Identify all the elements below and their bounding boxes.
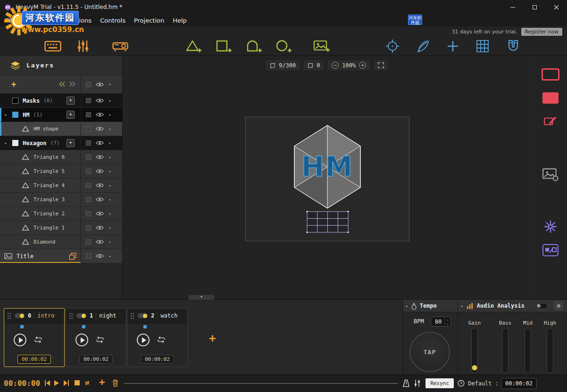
row-checkbox[interactable]: [86, 225, 91, 230]
sequence-play-button[interactable]: [137, 334, 150, 346]
visibility-eye-icon[interactable]: [96, 239, 104, 245]
fader-icon[interactable]: [414, 379, 421, 387]
bpm-spin-arrows[interactable]: ▴ ▾: [444, 318, 450, 326]
visibility-eye-icon[interactable]: [96, 112, 104, 117]
sequence-card-watch[interactable]: 2 watch 00:00:02: [127, 308, 188, 367]
close-button[interactable]: [545, 0, 567, 14]
add-shape-button[interactable]: +: [67, 111, 75, 119]
stop-button[interactable]: [75, 380, 80, 385]
master-visibility-eye-icon[interactable]: [96, 82, 104, 87]
row-chevron-icon[interactable]: ▾: [108, 127, 111, 131]
minimize-button[interactable]: [502, 0, 524, 14]
master-chevron-icon[interactable]: ▾: [108, 82, 111, 87]
add-rounded-shape-button[interactable]: [244, 38, 265, 55]
visibility-eye-icon[interactable]: [96, 197, 104, 202]
add-circle-button[interactable]: [274, 38, 294, 55]
row-chevron-icon[interactable]: ▾: [108, 212, 111, 216]
row-chevron-icon[interactable]: ▾: [108, 240, 111, 245]
metronome-icon[interactable]: [403, 379, 409, 387]
loop-button[interactable]: [95, 336, 105, 343]
visibility-eye-icon[interactable]: [96, 225, 104, 230]
layer-item-title[interactable]: Title ▾: [0, 249, 122, 263]
row-checkbox[interactable]: [86, 197, 91, 202]
visibility-eye-icon[interactable]: [96, 155, 104, 160]
spin-up-icon[interactable]: ▴: [445, 318, 450, 322]
magnet-snap-button[interactable]: [503, 38, 524, 55]
layer-item-triangle-5[interactable]: Triangle 5 ▾: [0, 164, 122, 179]
grid-snap-button[interactable]: [472, 38, 493, 55]
mid-slider[interactable]: [525, 328, 531, 373]
loop-button[interactable]: [33, 336, 43, 343]
layer-group-masks[interactable]: ▾ Masks (0) + ▾: [0, 94, 122, 108]
menu-projection[interactable]: Projection: [130, 17, 168, 24]
row-chevron-icon[interactable]: ▾: [108, 155, 111, 160]
row-chevron-icon[interactable]: ▾: [108, 254, 111, 259]
layer-item-triangle-2[interactable]: Triangle 2 ▾: [0, 207, 122, 221]
bpm-spinner[interactable]: 80 ▴ ▾: [431, 317, 451, 327]
row-chevron-icon[interactable]: ▾: [108, 169, 111, 174]
play-button[interactable]: [54, 380, 59, 386]
row-checkbox[interactable]: [86, 155, 91, 160]
bezier-warp-button[interactable]: [413, 38, 434, 55]
loop-button[interactable]: [157, 336, 166, 343]
add-triangle-button[interactable]: [183, 38, 204, 55]
layer-item-hm-shape[interactable]: HM shape ▾: [0, 122, 122, 136]
add-sequence-button[interactable]: +: [209, 332, 216, 345]
row-checkbox[interactable]: [86, 253, 91, 259]
keyboard-shortcuts-button[interactable]: [42, 38, 63, 55]
layer-item-triangle-3[interactable]: Triangle 3 ▾: [0, 193, 122, 207]
outline-tool-button[interactable]: [542, 68, 559, 81]
expand-icon[interactable]: ▾: [4, 113, 12, 117]
master-select-checkbox[interactable]: [86, 82, 91, 87]
add-sequence-bottom-button[interactable]: +: [99, 376, 105, 388]
visibility-eye-icon[interactable]: [96, 183, 104, 188]
visibility-eye-icon[interactable]: [96, 169, 104, 174]
row-chevron-icon[interactable]: ▾: [108, 141, 111, 146]
gain-slider[interactable]: [471, 328, 478, 373]
default-duration-value[interactable]: 00:00:02: [501, 378, 537, 389]
row-checkbox[interactable]: [86, 112, 91, 117]
gain-knob[interactable]: [472, 365, 477, 370]
audio-settings-button[interactable]: ⚙: [554, 301, 563, 310]
row-chevron-icon[interactable]: ▾: [108, 98, 111, 103]
skip-back-button[interactable]: [44, 380, 50, 386]
sequence-toggle[interactable]: [137, 313, 148, 318]
visibility-eye-icon[interactable]: [96, 211, 104, 216]
visibility-eye-icon[interactable]: [96, 140, 104, 146]
add-group-button[interactable]: +: [11, 80, 16, 89]
maximize-button[interactable]: [524, 0, 545, 14]
row-chevron-icon[interactable]: ▾: [108, 113, 111, 117]
high-slider[interactable]: [547, 328, 553, 373]
duplicate-icon[interactable]: [69, 253, 76, 260]
row-chevron-icon[interactable]: ▾: [108, 183, 111, 188]
row-checkbox[interactable]: [86, 98, 91, 103]
tap-tempo-button[interactable]: TAP: [409, 332, 450, 372]
layer-group-hexagon[interactable]: ▾ Hexagon (7) + ▾: [0, 136, 122, 150]
row-chevron-icon[interactable]: ▾: [108, 226, 111, 230]
hm-logo-text[interactable]: HM: [301, 151, 353, 183]
collapse-tempo-arrow[interactable]: ▸: [406, 304, 408, 308]
row-checkbox[interactable]: [86, 169, 91, 174]
sequence-card-night[interactable]: 1 night 00:00:02: [66, 308, 126, 367]
skip-forward-button[interactable]: [63, 380, 69, 386]
test-pattern-button[interactable]: [382, 38, 403, 55]
visibility-eye-icon[interactable]: [96, 98, 104, 103]
row-chevron-icon[interactable]: ▾: [108, 197, 111, 202]
add-mask-button[interactable]: +: [67, 97, 75, 105]
sequence-play-button[interactable]: [75, 334, 88, 346]
spin-down-icon[interactable]: ▾: [445, 322, 450, 326]
row-checkbox[interactable]: [86, 126, 91, 131]
row-checkbox[interactable]: [86, 140, 91, 146]
effects-tool-button[interactable]: [544, 220, 557, 233]
mapping-canvas[interactable]: 9/300 0 − 100% + HM: [123, 56, 533, 299]
delete-sequence-button[interactable]: [112, 379, 118, 387]
visibility-eye-icon[interactable]: [96, 126, 104, 131]
shuffle-button[interactable]: ⇄: [85, 378, 89, 387]
zoom-in-button[interactable]: +: [359, 62, 366, 69]
projection-preview[interactable]: HM: [245, 117, 409, 241]
collapse-audio-arrow[interactable]: ▸: [461, 304, 463, 308]
move-layer-front-icon[interactable]: [69, 82, 76, 87]
projector-output-button[interactable]: [110, 38, 131, 55]
add-shape-button[interactable]: +: [67, 139, 75, 147]
timeline-progress-bar[interactable]: [124, 383, 398, 384]
